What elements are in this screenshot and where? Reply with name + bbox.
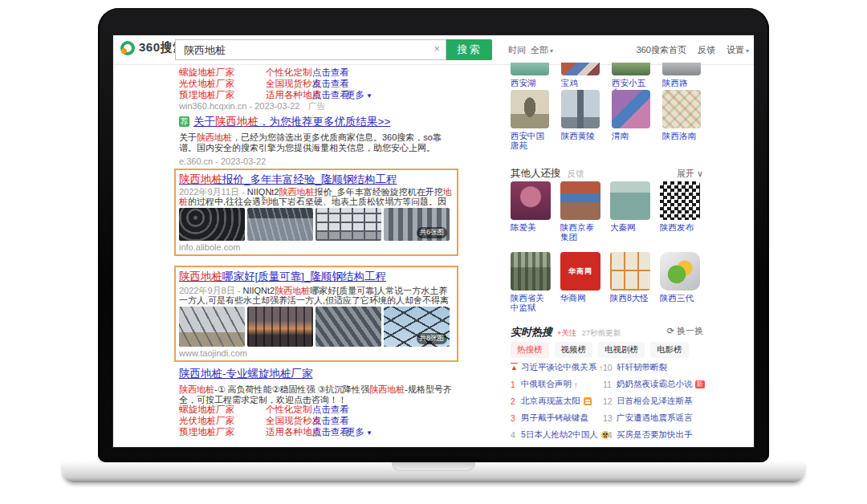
result-snippet: 关于陕西地桩，已经为您筛选出更多优质商家信息。360搜索，so靠谱。国内安全的搜… [179,132,455,153]
thumbnail-image[interactable]: 共8张图 [384,307,450,347]
related-label[interactable]: 陕西发布 [660,222,700,232]
related-image[interactable] [610,181,650,220]
thumbnail-image[interactable] [179,307,245,347]
tab-movie[interactable]: 电影榜 [650,342,689,358]
image-label[interactable]: 陕西黄陵 [561,131,600,140]
related-image[interactable] [660,252,700,291]
header-links: 360搜索首页 反馈 设置▾ [637,44,749,56]
result-title-link[interactable]: 关于陕西地桩，为您推荐更多优质结果>> [193,116,390,128]
ad-link[interactable]: 点击查看 [312,404,349,416]
search-box: × [175,39,446,60]
result-image[interactable] [662,90,701,128]
caret-down-icon: ▾ [746,47,749,55]
result-image[interactable] [561,90,600,128]
more-link[interactable]: 更多▼ [346,426,372,438]
ad-sitelinks-bottom: 螺旋地桩厂家 个性化定制 点击查看 光伏地桩厂家 全国现货秒发 点击查看 预埋地… [176,404,457,437]
related-image[interactable] [560,181,600,220]
result-image[interactable] [612,90,650,128]
feedback-link[interactable]: 反馈 [698,44,715,56]
hot-item[interactable]: 12日首相会见泽连斯基 [603,396,706,407]
thumbnail-image[interactable] [247,307,313,347]
image-label[interactable]: 陕西洛南 [662,131,701,140]
search-button[interactable]: 搜索 [446,39,492,60]
ad-row: 螺旋地桩厂家 个性化定制 点击查看 [176,67,457,78]
result-title-link[interactable]: 陕西地桩-专业螺旋地桩厂家 [179,368,313,380]
tab-hot[interactable]: 热搜榜 [511,342,549,358]
image-label[interactable]: 渭南 [612,131,650,140]
related-feedback-link[interactable]: 反馈 [568,169,584,178]
related-image[interactable] [511,181,551,220]
result-title-link[interactable]: 陕西地桩哪家好[质量可靠]_隆顺钢结构工程 [179,270,454,284]
highlighted-result-1: 陕西地桩报价_多年丰富经验_隆顺钢结构工程 2022年9月11日 - NIIQN… [174,169,458,256]
related-image[interactable]: 华商网 [560,252,600,291]
thumbnail-image[interactable] [179,208,245,241]
ad-link[interactable]: 点击查看 [312,89,349,101]
hot-item[interactable]: 10轩轩韧带断裂 [603,362,706,373]
related-label[interactable]: 华商网 [560,293,600,303]
ad-link[interactable]: 预埋地桩厂家 [179,89,234,101]
expand-link[interactable]: 展开 ∨ [677,168,703,180]
hot-item[interactable]: 14买房是否要加快出手 [603,429,706,441]
ad-link[interactable]: 光伏地桩厂家 [179,415,234,427]
ad-link[interactable]: 点击查看 [312,415,349,427]
settings-link[interactable]: 设置▾ [727,44,749,56]
result-snippet: 陕西地桩-① 高负荷性能②稳固性强 ③抗沉降性强陕西地桩-规格型号齐全，可按工程… [179,384,455,405]
hot-list-right: 10轩轩韧带断裂 11奶奶熬夜读霸总小说新 12日首相会见泽连斯基 13广安遭遇… [603,362,706,446]
more-link[interactable]: 更多▼ [346,89,372,101]
hot-item[interactable]: ▲习近平谈论中俄关系↑ [511,362,604,373]
result-image[interactable] [612,63,650,75]
hot-item[interactable]: 3男子戴手铐敲键盘 [511,413,604,424]
thumbnail-image[interactable] [315,307,381,347]
tab-video[interactable]: 视频榜 [555,342,593,358]
tab-tv[interactable]: 电视剧榜 [598,342,645,358]
related-item: 陕西三代 [660,252,700,312]
image-label[interactable]: 宝鸡 [561,78,600,87]
hot-item[interactable]: 2北京再现蓝太阳 [511,396,604,407]
ad-link[interactable]: 个性化定制 [266,404,312,416]
hot-item[interactable]: 13广安遭遇地震系谣言 [603,413,706,424]
result-image[interactable] [511,90,549,128]
related-image[interactable] [511,252,551,291]
related-label[interactable]: 陈爱美 [511,222,551,232]
time-filter-value: 全部▾ [531,44,553,56]
related-label[interactable]: 陕西8大怪 [610,293,650,303]
ad-link[interactable]: 点击查看 [312,78,349,90]
related-label[interactable]: 大秦网 [610,222,650,232]
result-image[interactable] [511,63,549,75]
thumbnail-image[interactable] [247,208,313,241]
thumbnail-image[interactable]: 共6张图 [384,208,450,241]
ad-link[interactable]: 个性化定制 [266,67,312,79]
time-filter[interactable]: 时间 全部▾ [508,44,553,56]
thumbnail-image[interactable] [315,208,381,241]
hot-item[interactable]: 45日本人抢劫2中国人 [511,429,604,441]
caret-down-icon: ▼ [366,429,372,437]
search-input[interactable] [182,42,426,59]
laptop-base [63,462,804,482]
ad-link[interactable]: 光伏地桩厂家 [179,78,234,90]
result-title-link[interactable]: 陕西地桩报价_多年丰富经验_隆顺钢结构工程 [179,173,454,185]
ad-row: 螺旋地桩厂家 个性化定制 点击查看 [176,404,457,415]
follow-link[interactable]: +关注 [557,328,577,337]
home-link[interactable]: 360搜索首页 [637,44,686,56]
refresh-link[interactable]: ⟳换一换 [667,325,703,337]
qr-code-image[interactable] [660,181,700,220]
related-label[interactable]: 陕西京泰集团 [560,222,600,242]
ad-row: 预埋地桩厂家 适用各种地质 点击查看 更多▼ [176,89,457,100]
ad-link[interactable]: 螺旋地桩厂家 [179,67,234,79]
hot-item[interactable]: 1中俄联合声明↑ [511,379,604,390]
image-label[interactable]: 西安中国唐苑 [511,131,549,150]
result-image[interactable] [662,63,701,75]
clear-icon[interactable]: × [434,43,440,55]
ad-link[interactable]: 预埋地桩厂家 [179,426,234,438]
ad-link[interactable]: 点击查看 [312,426,349,438]
hot-item[interactable]: 11奶奶熬夜读霸总小说新 [603,379,706,390]
related-label[interactable]: 陕西省关中监狱 [511,293,551,312]
related-image[interactable] [610,252,650,291]
image-label[interactable]: 西安湖 [511,78,549,87]
result-image[interactable] [561,63,600,75]
image-label[interactable]: 陕西路 [662,78,701,87]
ad-link[interactable]: 点击查看 [312,67,349,79]
related-label[interactable]: 陕西三代 [660,293,700,303]
chevron-down-icon: ∨ [697,169,703,178]
ad-link[interactable]: 螺旋地桩厂家 [179,404,234,416]
